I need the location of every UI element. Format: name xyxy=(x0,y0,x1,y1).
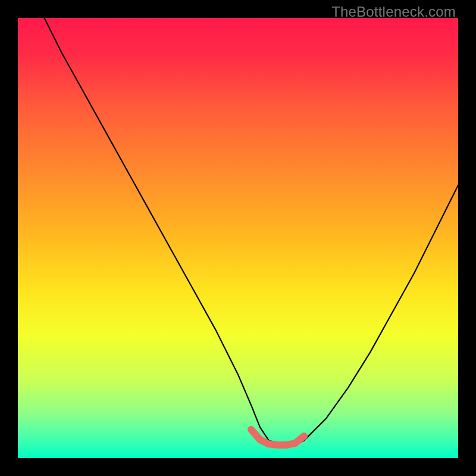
plot-area xyxy=(18,18,458,458)
bottleneck-curve xyxy=(44,18,458,445)
accent-segment xyxy=(251,430,304,445)
chart-frame: TheBottleneck.com xyxy=(0,0,476,476)
curve-layer xyxy=(18,18,458,458)
